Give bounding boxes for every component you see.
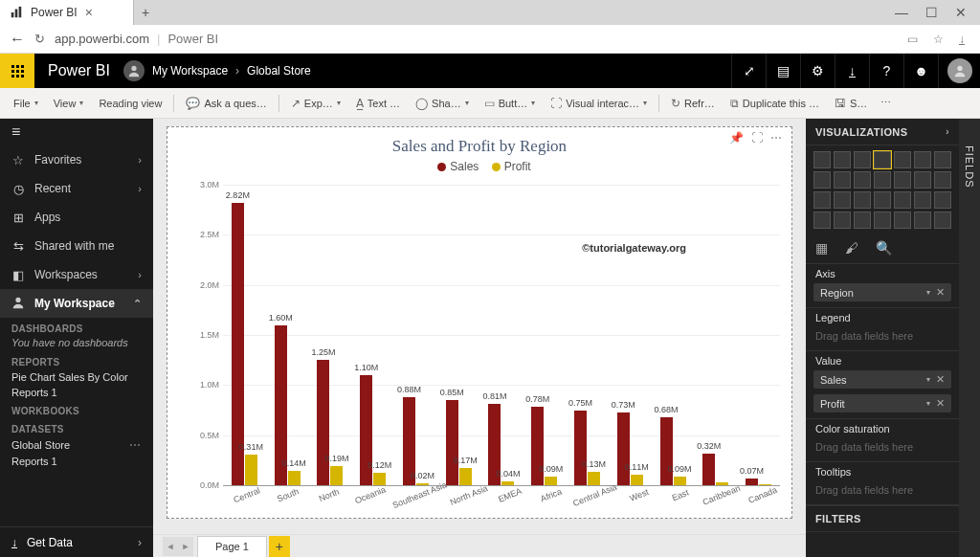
settings-icon[interactable]: ⚙ — [800, 54, 835, 88]
viz-type-icon[interactable] — [934, 212, 951, 229]
bar-group[interactable]: 0.32M — [694, 185, 737, 485]
viz-type-icon[interactable] — [874, 171, 891, 189]
focus-mode-icon[interactable]: ⛶ — [751, 131, 763, 145]
bar-group[interactable]: 0.75M0.13M — [566, 185, 609, 485]
ribbon-shapes[interactable]: ◯Sha…▾ — [410, 91, 475, 116]
nav-favorites[interactable]: ☆Favorites› — [0, 145, 153, 174]
bar-group[interactable]: 0.07M — [737, 185, 780, 485]
axis-field-region[interactable]: Region▾✕ — [813, 283, 951, 301]
app-launcher-icon[interactable] — [0, 54, 34, 88]
nav-dataset-2[interactable]: Reports 1 — [0, 454, 153, 469]
bar-group[interactable]: 0.85M0.17M — [437, 185, 480, 485]
nav-apps[interactable]: ⊞Apps — [0, 203, 153, 232]
viz-type-icon[interactable] — [854, 212, 871, 229]
ribbon-textbox[interactable]: A̲Text … — [350, 91, 406, 116]
bar-group[interactable]: 1.10M0.12M — [351, 185, 394, 485]
viz-type-icon[interactable] — [874, 212, 891, 229]
nav-recent[interactable]: ◷Recent› — [0, 174, 153, 203]
ribbon-view[interactable]: View▾ — [48, 91, 90, 116]
page-scroll-right[interactable]: ► — [178, 537, 193, 556]
viz-type-icon[interactable] — [813, 151, 831, 168]
remove-field-icon[interactable]: ✕ — [936, 286, 945, 299]
ribbon-visual-interactions[interactable]: ⛶Visual interac…▾ — [545, 91, 653, 116]
browser-tab[interactable]: Power BI × — [0, 0, 134, 25]
bar-group[interactable]: 0.78M0.09M — [523, 185, 566, 485]
viz-type-icon[interactable] — [914, 191, 931, 209]
bar-group[interactable]: 1.60M0.14M — [266, 185, 309, 485]
bar-sales[interactable]: 0.32M — [702, 454, 715, 485]
bar-group[interactable]: 0.73M0.11M — [609, 185, 652, 485]
viz-type-icon[interactable] — [934, 171, 951, 189]
value-field-profit[interactable]: Profit▾✕ — [813, 394, 951, 412]
nav-my-workspace[interactable]: My Workspace⌃ — [0, 289, 153, 318]
viz-type-icon[interactable] — [894, 191, 911, 209]
value-field-sales[interactable]: Sales▾✕ — [813, 370, 951, 389]
more-icon[interactable]: ⋯ — [129, 438, 142, 452]
breadcrumb-report[interactable]: Global Store — [247, 64, 311, 78]
close-window-icon[interactable]: ✕ — [955, 5, 967, 20]
ribbon-save[interactable]: 🖫S… — [829, 91, 873, 116]
page-tab-1[interactable]: Page 1 — [197, 536, 267, 557]
bar-group[interactable]: 0.81M0.04M — [480, 185, 523, 485]
remove-field-icon[interactable]: ✕ — [936, 397, 945, 410]
ribbon-more-icon[interactable]: ⋯ — [877, 97, 896, 109]
fields-well-icon[interactable]: ▦ — [815, 240, 828, 256]
downloads-icon[interactable]: ↓ — [959, 33, 965, 46]
viz-type-icon[interactable] — [934, 151, 951, 168]
viz-type-icon[interactable] — [854, 171, 871, 189]
viz-type-icon[interactable] — [934, 191, 951, 209]
ribbon-reading-view[interactable]: Reading view — [93, 91, 167, 116]
bar-sales[interactable]: 0.78M — [531, 407, 544, 485]
ribbon-refresh[interactable]: ↻Refr… — [665, 91, 721, 116]
bar-profit[interactable]: 0.17M — [459, 468, 472, 485]
bar-sales[interactable]: 0.07M — [746, 479, 758, 485]
bar-group[interactable]: 0.88M0.02M — [394, 185, 437, 485]
nav-dataset-1[interactable]: Global Store⋯ — [0, 436, 153, 454]
fields-pane-collapsed[interactable]: FIELDS — [959, 119, 980, 557]
viz-type-icon[interactable] — [834, 191, 851, 209]
viz-type-icon[interactable] — [894, 151, 911, 168]
viz-type-icon[interactable] — [894, 212, 911, 229]
visual-more-icon[interactable]: ⋯ — [770, 131, 782, 145]
viz-type-icon[interactable] — [854, 191, 871, 209]
breadcrumb-workspace[interactable]: My Workspace — [152, 64, 228, 78]
bar-profit[interactable]: 0.11M — [631, 475, 643, 486]
address-text[interactable]: app.powerbi.com | Power BI — [55, 32, 218, 46]
format-icon[interactable]: 🖌 — [845, 240, 858, 256]
viz-type-icon[interactable] — [874, 191, 891, 209]
viz-type-icon[interactable] — [874, 151, 891, 168]
feedback-icon[interactable]: ☻ — [903, 54, 938, 88]
analytics-icon[interactable]: 🔍 — [876, 240, 892, 256]
viz-type-icon[interactable] — [813, 191, 831, 209]
bar-sales[interactable]: 0.68M — [660, 417, 673, 485]
page-scroll-left[interactable]: ◄ — [163, 537, 178, 556]
viz-type-icon[interactable] — [894, 171, 911, 189]
viz-type-icon[interactable] — [914, 171, 931, 189]
back-icon[interactable]: ← — [10, 31, 25, 48]
download-icon[interactable]: ↓ — [835, 54, 869, 88]
viz-type-icon[interactable] — [834, 212, 851, 229]
viz-type-icon[interactable] — [854, 151, 871, 168]
nav-workspaces[interactable]: ◧Workspaces› — [0, 260, 153, 289]
tooltips-drop-target[interactable]: Drag data fields here — [813, 481, 951, 499]
minimize-icon[interactable]: — — [895, 5, 908, 20]
bar-group[interactable]: 0.68M0.09M — [652, 185, 695, 485]
fullscreen-icon[interactable]: ⤢ — [731, 54, 766, 88]
bar-group[interactable]: 1.25M0.19M — [309, 185, 352, 485]
viz-type-icon[interactable] — [813, 212, 831, 229]
bar-sales[interactable]: 0.73M — [617, 412, 630, 485]
ribbon-duplicate[interactable]: ⧉Duplicate this … — [724, 91, 825, 116]
nav-get-data[interactable]: ↓Get Data› — [0, 526, 153, 557]
nav-report-2[interactable]: Reports 1 — [0, 385, 153, 400]
nav-shared[interactable]: ⇆Shared with me — [0, 232, 153, 260]
add-page-button[interactable]: + — [269, 536, 290, 557]
viz-type-icon[interactable] — [914, 212, 931, 229]
reading-mode-icon[interactable]: ▭ — [907, 33, 918, 46]
viz-type-icon[interactable] — [834, 171, 851, 189]
maximize-icon[interactable]: ☐ — [925, 5, 938, 20]
remove-field-icon[interactable]: ✕ — [936, 373, 945, 386]
bar-sales[interactable]: 0.75M — [574, 411, 587, 486]
ribbon-buttons[interactable]: ▭Butt…▾ — [479, 91, 542, 116]
filters-header[interactable]: FILTERS — [806, 505, 959, 532]
viz-type-icon[interactable] — [813, 171, 831, 189]
